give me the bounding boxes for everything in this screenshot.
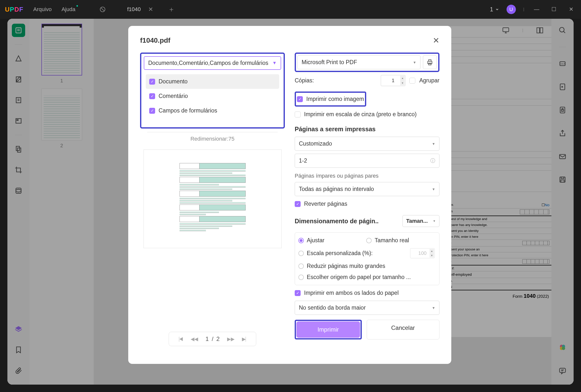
pager-total: 2 bbox=[216, 336, 219, 342]
cancel-button[interactable]: Cancelar bbox=[367, 320, 440, 340]
svg-rect-38 bbox=[429, 60, 431, 61]
copies-input[interactable]: 1 ▲ ▼ bbox=[381, 75, 405, 86]
tab-empty-icon[interactable] bbox=[95, 2, 110, 17]
print-preview bbox=[143, 150, 282, 248]
checkbox-checked-icon[interactable]: ✓ bbox=[149, 79, 155, 84]
print-button[interactable]: Imprimir bbox=[296, 322, 360, 338]
chevron-down-icon: ▼ bbox=[272, 60, 277, 66]
copies-label: Cópias: bbox=[295, 77, 377, 84]
help-icon[interactable]: ⓘ bbox=[430, 158, 435, 164]
duplex-mode-dropdown[interactable]: No sentido da borda maior ▼ bbox=[295, 301, 440, 315]
radio-fit[interactable]: Ajustar bbox=[298, 237, 364, 244]
radio-checked-icon bbox=[298, 238, 304, 243]
menu-help[interactable]: Ajuda bbox=[61, 6, 75, 12]
chevron-down-icon: ▼ bbox=[432, 142, 435, 146]
app-logo: UPDF bbox=[5, 6, 23, 13]
scaling-options: Ajustar Tamanho real Escala personalizad… bbox=[295, 232, 440, 285]
print-button-highlight: Imprimir bbox=[295, 320, 362, 340]
titlebar: UPDF Arquivo Ajuda f1040 ✕ ＋ 1 U | — ☐ ✕ bbox=[0, 0, 581, 19]
preview-pager: ⎹◀ ◀◀ 1 / 2 ▶▶ ▶⎸ bbox=[169, 332, 256, 346]
pager-prev-icon[interactable]: ◀◀ bbox=[191, 336, 198, 342]
chevron-down-icon: ▼ bbox=[432, 306, 435, 310]
radio-shrink[interactable]: Reduzir páginas muito grandes bbox=[298, 263, 436, 270]
pager-first-icon[interactable]: ⎹◀ bbox=[175, 336, 183, 342]
radio-icon bbox=[366, 238, 372, 243]
chevron-down-icon: ▼ bbox=[432, 187, 435, 191]
page-range-input[interactable]: 1-2 ⓘ bbox=[295, 154, 440, 168]
tab-document[interactable]: f1040 ✕ bbox=[117, 0, 163, 19]
maximize-icon[interactable]: ☐ bbox=[549, 4, 559, 14]
collate-label: Agrupar bbox=[419, 77, 440, 84]
tab-close-icon[interactable]: ✕ bbox=[148, 6, 153, 13]
duplex-checkbox[interactable]: ✓ bbox=[295, 290, 301, 296]
custom-scale-input[interactable]: 100 ▲▼ bbox=[410, 248, 435, 258]
option-comment[interactable]: ✓ Comentário bbox=[146, 89, 279, 103]
account-indicator[interactable]: 1 bbox=[490, 6, 499, 13]
checkbox-checked-icon[interactable]: ✓ bbox=[149, 108, 155, 114]
close-icon[interactable]: ✕ bbox=[566, 4, 576, 14]
printer-properties-icon[interactable] bbox=[423, 55, 437, 69]
pages-section-title: Páginas a serem impressas bbox=[295, 126, 440, 133]
spinner-up-icon[interactable]: ▲ bbox=[430, 249, 434, 253]
radio-icon bbox=[298, 274, 304, 280]
option-form-fields[interactable]: ✓ Campos de formulários bbox=[146, 103, 279, 118]
menu-file[interactable]: Arquivo bbox=[33, 6, 52, 12]
print-dialog: f1040.pdf ✕ Documento,Comentário,Campos … bbox=[128, 26, 451, 364]
print-as-image-label: Imprimir como imagem bbox=[306, 96, 364, 102]
chevron-down-icon: ▼ bbox=[413, 60, 416, 64]
reverse-pages-label: Reverter páginas bbox=[304, 200, 347, 207]
pager-next-icon[interactable]: ▶▶ bbox=[227, 336, 234, 342]
paper-size-dropdown[interactable]: Taman... ▼ bbox=[403, 215, 440, 227]
reverse-pages-checkbox[interactable]: ✓ bbox=[295, 201, 301, 207]
pager-last-icon[interactable]: ▶⎸ bbox=[242, 336, 250, 342]
resize-label: Redimensionar:75 bbox=[190, 136, 234, 142]
radio-paper-source[interactable]: Escolher origem do papel por tamanho ... bbox=[298, 274, 436, 280]
minimize-icon[interactable]: — bbox=[532, 4, 542, 14]
grayscale-checkbox[interactable]: ✓ bbox=[295, 112, 301, 118]
content-selector-highlight: Documento,Comentário,Campos de formulári… bbox=[140, 52, 285, 128]
content-type-value: Documento,Comentário,Campos de formulári… bbox=[148, 60, 268, 66]
print-as-image-highlight: ✓ Imprimir como imagem bbox=[295, 92, 366, 106]
page-range-mode-dropdown[interactable]: Customizado ▼ bbox=[295, 137, 440, 151]
dialog-close-icon[interactable]: ✕ bbox=[433, 36, 440, 45]
collate-checkbox[interactable]: ✓ bbox=[409, 78, 415, 84]
spinner-up-icon[interactable]: ▲ bbox=[400, 76, 405, 81]
tab-add-icon[interactable]: ＋ bbox=[168, 5, 175, 14]
checkbox-checked-icon[interactable]: ✓ bbox=[149, 93, 155, 99]
option-document[interactable]: ✓ Documento bbox=[146, 74, 279, 89]
duplex-label: Imprimir em ambos os lados do papel bbox=[304, 290, 399, 296]
printer-value: Microsoft Print to PDF bbox=[302, 59, 357, 66]
printer-dropdown[interactable]: Microsoft Print to PDF ▼ bbox=[297, 55, 421, 69]
scaling-section-title: Dimensionamento de págin.. bbox=[295, 218, 379, 225]
spinner-down-icon[interactable]: ▼ bbox=[400, 81, 405, 86]
printer-row-highlight: Microsoft Print to PDF ▼ bbox=[295, 52, 440, 72]
oddeven-label: Páginas ímpares ou páginas pares bbox=[295, 173, 440, 179]
content-type-dropdown[interactable]: Documento,Comentário,Campos de formulári… bbox=[144, 56, 281, 70]
svg-line-1 bbox=[101, 8, 104, 11]
content-type-options: ✓ Documento ✓ Comentário ✓ Campos de for… bbox=[144, 72, 281, 120]
spinner-down-icon[interactable]: ▼ bbox=[430, 253, 434, 258]
radio-icon bbox=[298, 264, 304, 269]
tab-label: f1040 bbox=[127, 6, 141, 12]
radio-actual-size[interactable]: Tamanho real bbox=[366, 237, 432, 244]
print-as-image-checkbox[interactable]: ✓ bbox=[297, 96, 303, 102]
radio-custom-scale[interactable]: Escala personalizada (%): 100 ▲▼ bbox=[298, 248, 436, 258]
tab-bar: f1040 ✕ ＋ bbox=[95, 0, 175, 19]
grayscale-label: Imprimir em escala de cinza (preto e bra… bbox=[304, 111, 417, 118]
radio-icon bbox=[298, 251, 304, 256]
chevron-down-icon: ▼ bbox=[433, 219, 436, 223]
avatar[interactable]: U bbox=[507, 5, 516, 14]
oddeven-dropdown[interactable]: Todas as páginas no intervalo ▼ bbox=[295, 182, 440, 196]
pager-current: 1 bbox=[205, 336, 209, 342]
dialog-title: f1040.pdf bbox=[140, 36, 170, 44]
